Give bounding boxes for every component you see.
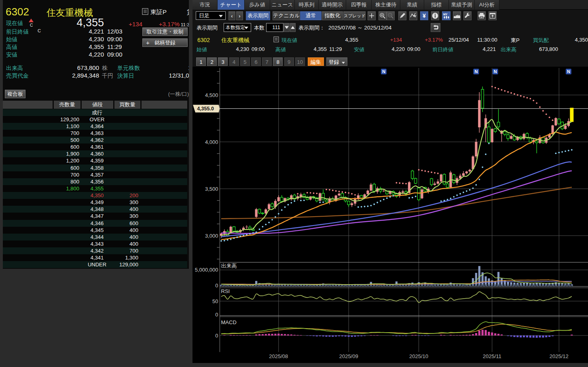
info-high-label: 高値 — [275, 46, 286, 53]
chart-page-1[interactable]: 1 — [196, 57, 206, 66]
chart-page-10[interactable]: 10 — [295, 57, 305, 66]
order-book-row[interactable]: 4,342700 — [3, 247, 187, 254]
tab-item-2[interactable]: 歩み値 — [245, 0, 270, 10]
tab-item-11[interactable]: AI分析 — [475, 0, 499, 10]
print-button[interactable] — [478, 11, 486, 20]
order-book-row[interactable]: 4,349300 — [3, 199, 187, 206]
chart-page-6[interactable]: 6 — [251, 57, 261, 66]
board-unit-note: (一株/口) — [148, 91, 189, 98]
tab-item-9[interactable]: 指標 — [424, 0, 449, 10]
price-chart[interactable]: 4,5004,0003,5003,0005,000,00005000出来高RSI… — [190, 67, 588, 364]
order-book-row[interactable]: 成行 — [3, 109, 187, 116]
spinner-down-icon — [285, 26, 289, 29]
bar-count-mode-select[interactable]: 本数指定 — [224, 23, 251, 32]
order-book-row[interactable]: 1,8004,355 — [3, 185, 187, 192]
chart-page-3[interactable]: 3 — [218, 57, 228, 66]
info-high: 4,355 — [298, 46, 327, 52]
chart-page-8[interactable]: 8 — [273, 57, 283, 66]
tab-item-0[interactable]: 市況 — [192, 0, 218, 10]
info-open-time: 09:00 — [252, 46, 265, 52]
order-book-row[interactable]: 4,345400 — [3, 227, 187, 234]
add-chart-button[interactable] — [368, 11, 376, 20]
chart-page-2[interactable]: 2 — [207, 57, 217, 66]
trendline-button[interactable] — [409, 11, 417, 20]
area-chart-button[interactable] — [453, 11, 461, 20]
document-icon[interactable] — [273, 36, 279, 42]
chart-page-7[interactable]: 7 — [262, 57, 272, 66]
composite-board-button[interactable]: 複合板 — [5, 90, 25, 98]
svg-text:N: N — [382, 69, 385, 74]
my-chart-button[interactable]: MY — [442, 11, 451, 20]
order-book-row[interactable]: 4,346600 — [3, 220, 187, 227]
edit-pages-button[interactable]: 編集 — [308, 57, 324, 66]
bar-count-increment[interactable] — [290, 23, 296, 32]
price-level: 4,358 — [80, 165, 114, 171]
tab-item-4[interactable]: 時系列 — [295, 0, 319, 10]
sell-qty: 1,900 — [53, 150, 79, 157]
chart-page-4[interactable]: 4 — [229, 57, 239, 66]
zoom-in-button[interactable] — [379, 11, 387, 20]
chevron-down-icon — [219, 15, 223, 17]
tab-item-5[interactable]: 適時開示 — [319, 0, 346, 10]
yen-scale-button[interactable]: ¥ — [420, 11, 428, 20]
order-book-row[interactable]: 4,350200 — [3, 192, 187, 199]
price-level: 4,342 — [80, 247, 114, 254]
order-book-row[interactable]: 129,200OVER — [3, 116, 187, 123]
info-button[interactable] — [431, 11, 439, 20]
document-icon[interactable] — [142, 8, 148, 15]
order-book-row[interactable]: 4,348400 — [3, 206, 187, 213]
info-open: 4,230 — [221, 46, 249, 52]
order-book-row[interactable]: UNDER129,000 — [3, 261, 187, 268]
order-book-row[interactable]: 6004,358 — [3, 165, 187, 171]
chart-page-5[interactable]: 5 — [240, 57, 250, 66]
trade-caution-button[interactable]: 取引注意・規制 — [142, 27, 188, 36]
register-symbol-button[interactable]: +銘柄登録 — [142, 38, 188, 47]
price-level: 4,347 — [80, 213, 114, 219]
reset-period-button[interactable] — [431, 23, 440, 32]
tab-item-7[interactable]: 株主優待 — [372, 0, 400, 10]
order-book-row[interactable]: 4,3411,300 — [3, 254, 187, 261]
status-strip — [0, 363, 588, 367]
spread-mode-button[interactable]: スプレッド — [343, 11, 366, 20]
tab-item-6[interactable]: 四季報 — [346, 0, 372, 10]
zoom-out-button[interactable] — [387, 11, 395, 20]
prev-button[interactable]: ‹ — [228, 11, 235, 20]
indexed-mode-button[interactable]: 指数化 — [322, 11, 343, 20]
tab-chart[interactable]: チャート — [218, 0, 245, 10]
timeframe-select[interactable]: 日足 — [196, 11, 226, 20]
tab-item-8[interactable]: 業績 — [400, 0, 424, 10]
sell-qty: 129,200 — [53, 116, 79, 123]
display-period-button[interactable]: 表示期間 — [246, 11, 270, 20]
order-book-row[interactable]: 4,347300 — [3, 213, 187, 219]
price-level: 4,349 — [80, 199, 114, 206]
sell-qty: 800 — [53, 178, 79, 185]
export-button[interactable] — [489, 11, 497, 20]
order-book-row[interactable]: 4,343400 — [3, 240, 187, 247]
sell-qty: 500 — [53, 137, 79, 143]
order-book-row[interactable]: 8004,356 — [3, 178, 187, 185]
order-book-row[interactable]: 4,344400 — [3, 234, 187, 240]
register-pages-button[interactable]: 登録 — [326, 57, 347, 66]
order-book-row[interactable]: 5004,362 — [3, 137, 187, 143]
svg-text:50: 50 — [212, 298, 218, 304]
tab-item-10[interactable]: 業績予測 — [449, 0, 475, 10]
info-time: 11:30:00 — [477, 37, 497, 43]
bar-count-label: 本数 — [254, 24, 264, 32]
order-book-row[interactable]: 7004,363 — [3, 130, 187, 137]
stock-code: 6302 — [6, 6, 29, 18]
svg-text:0: 0 — [215, 333, 218, 339]
settings-button[interactable] — [463, 11, 472, 20]
bar-count-input[interactable]: 111 — [266, 23, 283, 32]
bar-count-decrement[interactable] — [284, 23, 290, 32]
next-button[interactable]: › — [236, 11, 243, 20]
order-book-row[interactable]: 1,9004,360 — [3, 150, 187, 157]
order-book-row[interactable]: 7004,357 — [3, 171, 187, 178]
normal-mode-button[interactable]: 通常 — [300, 11, 321, 20]
tab-item-3[interactable]: ニュース — [270, 0, 295, 10]
draw-button[interactable] — [398, 11, 406, 20]
order-book-row[interactable]: 1,1004,364 — [3, 123, 187, 130]
chart-page-9[interactable]: 9 — [284, 57, 294, 66]
order-book-row[interactable]: 6004,361 — [3, 143, 187, 150]
order-book-row[interactable]: 1,2004,359 — [3, 157, 187, 164]
technical-button[interactable]: テクニカル — [273, 11, 300, 20]
